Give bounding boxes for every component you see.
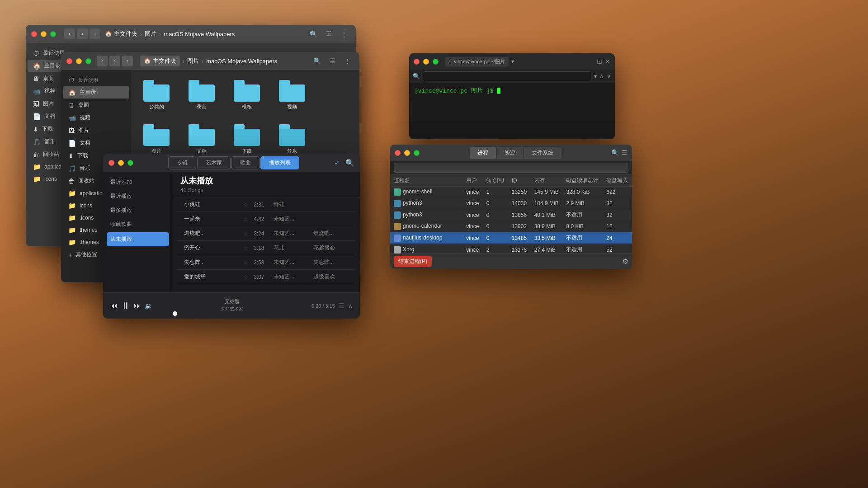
proc-row-nautilus[interactable]: nautilus-desktop vince01348533.5 MiB不适用2… [390, 232, 632, 244]
music-close-button[interactable] [108, 160, 114, 166]
breadcrumb-wallpapers-2[interactable]: macOS Mojave Wallpapers [206, 58, 277, 65]
kill-process-button[interactable]: 结束进程(P) [394, 256, 432, 267]
menu-icon-2[interactable]: ⋮ [341, 55, 354, 67]
sysmon-menu-icon[interactable]: ☰ [622, 149, 627, 156]
track-5[interactable]: 失恋阵... ☆ 2:53 未知艺... 失恋阵... [177, 255, 356, 270]
sidebar-recent-added[interactable]: 最近添加 [103, 175, 173, 189]
search-icon-1[interactable]: 🔍 [307, 28, 320, 40]
sidebar-home-2[interactable]: 🏠 主目录 [63, 86, 129, 99]
breadcrumb-pictures-1[interactable]: 图片 [145, 30, 156, 38]
folder-gonggong-2[interactable]: 公共的 [138, 77, 175, 113]
menu-icon-1[interactable]: ⋮ [338, 28, 350, 40]
sysmon-tab-filesystem[interactable]: 文件系统 [524, 147, 561, 159]
sidebar-video-2[interactable]: 📹 视频 [63, 112, 129, 124]
maximize-button-2[interactable] [85, 58, 91, 64]
col-disk-write[interactable]: 磁盘写入 [603, 175, 632, 187]
music-maximize-button[interactable] [127, 160, 133, 166]
up-button-1[interactable]: ↑ [90, 28, 100, 39]
col-id[interactable]: ID [508, 175, 531, 187]
terminal-tab-label[interactable]: 1: vince@vince-pc:~/图片 [445, 57, 509, 66]
terminal-close-button[interactable] [414, 59, 420, 65]
maximize-button-1[interactable] [50, 31, 56, 37]
star-icon-6[interactable]: ☆ [243, 274, 248, 280]
folder-video-2[interactable]: 视频 [274, 77, 310, 113]
folder-templates-2[interactable]: 模板 [229, 77, 265, 113]
sidebar-pictures-2[interactable]: 🖼 图片 [63, 124, 129, 136]
terminal-up-icon[interactable]: ∧ [599, 73, 604, 80]
back-button-2[interactable]: ‹ [97, 56, 108, 66]
star-icon-3[interactable]: ☆ [243, 230, 248, 237]
sidebar-recent-played[interactable]: 最近播放 [103, 189, 173, 203]
sidebar-docs-2[interactable]: 📄 文档 [63, 137, 129, 149]
volume-icon[interactable]: 🔉 [145, 302, 152, 310]
tab-album[interactable]: 专辑 [168, 156, 196, 169]
track-2[interactable]: 一起来 ☆ 4:42 未知艺... [177, 212, 356, 226]
col-memory[interactable]: 内存 [531, 175, 563, 187]
star-icon-1[interactable]: ☆ [243, 202, 248, 208]
folder-downloads-2[interactable]: 下载 [229, 122, 265, 157]
col-user[interactable]: 用户 [462, 175, 482, 187]
track-1[interactable]: 小跳蛙 ☆ 2:31 青蛙 [177, 197, 356, 212]
music-search-icon[interactable]: 🔍 [345, 159, 354, 167]
expand-icon[interactable]: ∧ [348, 302, 353, 310]
sysmon-tab-process[interactable]: 进程 [470, 147, 496, 159]
up-button-2[interactable]: ↑ [122, 56, 133, 66]
proc-row-xorg[interactable]: Xorg vince21317827.4 MiB不适用52 [390, 244, 632, 254]
sysmon-minimize-button[interactable] [404, 150, 410, 156]
proc-row-python3-2[interactable]: python3 vince01385640.1 MiB不适用32 [390, 209, 632, 221]
proc-row-gnome-calendar[interactable]: gnome-calendar vince01390238.9 MiB8.0 Ki… [390, 221, 632, 232]
folder-music-2[interactable]: 音乐 [274, 122, 310, 157]
sidebar-most-played[interactable]: 最多播放 [103, 203, 173, 217]
search-icon-2[interactable]: 🔍 [311, 55, 323, 67]
terminal-down-icon[interactable]: ∨ [607, 73, 611, 80]
folder-recording-2[interactable]: 录音 [184, 77, 220, 113]
minimize-button-1[interactable] [41, 31, 47, 37]
proc-row-python3-1[interactable]: python3 vince014030104.9 MiB2.9 MiB32 [390, 198, 632, 209]
sysmon-close-button[interactable] [395, 150, 401, 156]
sidebar-favorites[interactable]: 收藏歌曲 [103, 217, 173, 231]
col-name[interactable]: 进程名 [390, 175, 462, 187]
terminal-maximize-button[interactable] [433, 59, 439, 65]
next-button[interactable]: ⏭ [134, 302, 141, 310]
col-disk-read[interactable]: 磁盘读取总计 [562, 175, 603, 187]
breadcrumb-wallpapers-1[interactable]: macOS Mojave Wallpapers [164, 31, 235, 38]
prev-button[interactable]: ⏮ [110, 302, 118, 310]
view-list-icon-2[interactable]: ☰ [326, 55, 339, 67]
sysmon-search-icon[interactable]: 🔍 [611, 149, 619, 156]
terminal-minimize-button[interactable] [423, 59, 429, 65]
breadcrumb-home-1[interactable]: 🏠 主文件夹 [105, 30, 137, 38]
back-button-1[interactable]: ‹ [64, 28, 75, 39]
minimize-button-2[interactable] [76, 58, 82, 64]
col-cpu[interactable]: % CPU [483, 175, 508, 187]
tab-artist[interactable]: 艺术家 [197, 156, 231, 169]
pause-button[interactable]: ⏸ [121, 300, 130, 311]
terminal-search-input[interactable] [423, 71, 591, 81]
tab-songs[interactable]: 歌曲 [231, 156, 259, 169]
star-icon-2[interactable]: ☆ [243, 216, 248, 222]
sysmon-search-input[interactable] [394, 163, 628, 173]
star-icon-4[interactable]: ☆ [243, 245, 248, 251]
folder-pictures-2[interactable]: 图片 [138, 122, 175, 157]
forward-button-1[interactable]: › [77, 28, 88, 39]
sysmon-tab-resources[interactable]: 资源 [497, 147, 523, 159]
breadcrumb-home-2[interactable]: 🏠 主文件夹 [140, 56, 180, 66]
terminal-dropdown-icon[interactable]: ▾ [511, 58, 514, 65]
folder-docs-2[interactable]: 文档 [184, 122, 220, 157]
checkmark-icon[interactable]: ✓ [334, 159, 340, 167]
terminal-close-x-icon[interactable]: ✕ [605, 58, 610, 65]
sidebar-recent-2[interactable]: ⏱ 最近使用 [63, 74, 129, 86]
sysmon-maximize-button[interactable] [414, 150, 420, 156]
breadcrumb-pictures-2[interactable]: 图片 [187, 57, 199, 65]
sidebar-never-played[interactable]: 从未播放 [107, 232, 169, 246]
proc-row-gnome-shell[interactable]: gnome-shell vince113250145.9 MiB328.0 Ki… [390, 187, 632, 198]
queue-icon[interactable]: ☰ [339, 302, 344, 310]
forward-button-2[interactable]: › [109, 56, 120, 66]
terminal-dropdown-2-icon[interactable]: ▾ [594, 73, 597, 80]
close-button-1[interactable] [31, 31, 37, 37]
star-icon-5[interactable]: ☆ [243, 259, 248, 266]
terminal-resize-icon[interactable]: ⊡ [597, 58, 602, 65]
sidebar-desktop-2[interactable]: 🖥 桌面 [63, 99, 129, 111]
tab-playlist[interactable]: 播放列表 [260, 156, 299, 169]
track-4[interactable]: 穷开心 ☆ 3:18 花儿 花趁盛会 [177, 241, 356, 255]
track-3[interactable]: 燃烧吧... ☆ 3:24 未知艺... 燃烧吧... [177, 226, 356, 241]
